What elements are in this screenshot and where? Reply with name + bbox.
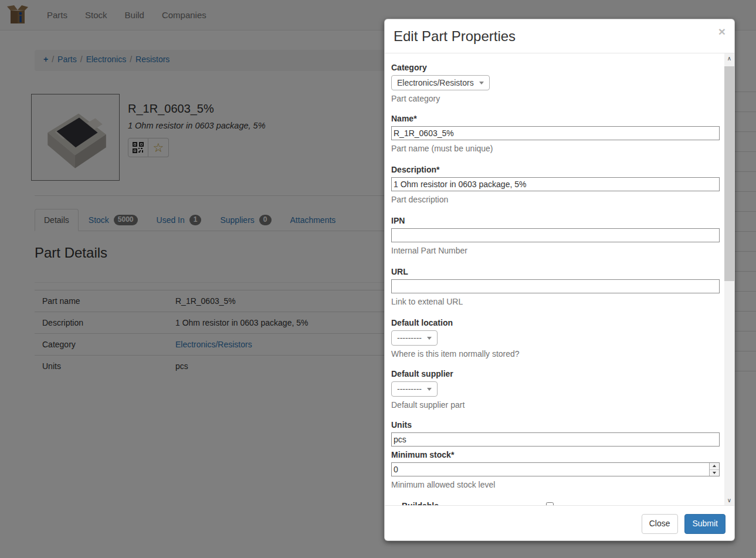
modal-footer: Close Submit (385, 505, 734, 540)
field-category: Category Electronics/Resistors Part cate… (391, 63, 718, 103)
close-icon[interactable]: × (718, 25, 726, 38)
field-help: Default supplier part (391, 400, 718, 410)
field-label: Buildable (402, 501, 546, 505)
scrollbar-thumb[interactable] (724, 66, 734, 281)
url-input[interactable] (391, 279, 720, 293)
scrollbar-up-button[interactable]: ∧ (724, 53, 734, 63)
ipn-input[interactable] (391, 228, 720, 242)
category-select[interactable]: Electronics/Resistors (391, 75, 490, 90)
edit-part-modal: Edit Part Properties × Category Electron… (384, 19, 735, 541)
spinner-up-button[interactable] (710, 463, 719, 469)
field-minimum-stock: Minimum stock* Minimum allowed stock lev… (391, 450, 718, 489)
field-help: Link to extenal URL (391, 297, 718, 306)
field-help: Part description (391, 195, 718, 204)
field-label: Minimum stock* (391, 450, 718, 459)
field-help: Part name (must be unique) (391, 144, 718, 153)
arrow-up-icon (713, 465, 716, 467)
field-help: Minimum allowed stock level (391, 480, 718, 489)
chevron-down-icon (427, 388, 432, 391)
field-label: URL (391, 267, 718, 276)
field-help: Part category (391, 94, 718, 103)
select-value: --------- (397, 333, 422, 343)
field-units: Units (391, 420, 718, 447)
field-label: Units (391, 420, 718, 430)
modal-body: Category Electronics/Resistors Part cate… (385, 53, 734, 505)
field-label: IPN (391, 216, 718, 225)
modal-title: Edit Part Properties (394, 28, 726, 45)
submit-button[interactable]: Submit (684, 514, 726, 534)
field-help: Internal Part Number (391, 246, 718, 255)
field-label: Description* (391, 165, 718, 174)
default-supplier-select[interactable]: --------- (391, 381, 438, 397)
name-input[interactable] (391, 126, 720, 140)
chevron-down-icon (479, 82, 484, 84)
field-url: URL Link to extenal URL (391, 267, 718, 306)
spinner-down-button[interactable] (710, 469, 719, 476)
minimum-stock-input[interactable] (391, 462, 720, 476)
scrollbar-down-button[interactable]: ∨ (724, 495, 734, 505)
field-label: Default supplier (391, 369, 718, 378)
modal-header: Edit Part Properties × (385, 19, 734, 53)
field-default-location: Default location --------- Where is this… (391, 318, 718, 359)
field-label: Category (391, 63, 718, 72)
field-help: Where is this item normally stored? (391, 349, 718, 359)
number-spinner[interactable] (709, 463, 719, 476)
select-value: Electronics/Resistors (397, 78, 474, 87)
field-name: Name* Part name (must be unique) (391, 114, 718, 153)
modal-scrollbar[interactable]: ∧ ∨ (724, 53, 734, 505)
chevron-down-icon (427, 337, 432, 340)
field-default-supplier: Default supplier --------- Default suppl… (391, 369, 718, 410)
field-description: Description* Part description (391, 165, 718, 204)
description-input[interactable] (391, 177, 720, 191)
field-buildable: Buildable (402, 501, 718, 505)
arrow-down-icon (713, 472, 716, 474)
field-label: Default location (391, 318, 718, 327)
close-button[interactable]: Close (642, 514, 678, 534)
select-value: --------- (397, 384, 422, 394)
units-input[interactable] (391, 432, 720, 447)
field-ipn: IPN Internal Part Number (391, 216, 718, 255)
default-location-select[interactable]: --------- (391, 330, 438, 346)
field-label: Name* (391, 114, 718, 123)
